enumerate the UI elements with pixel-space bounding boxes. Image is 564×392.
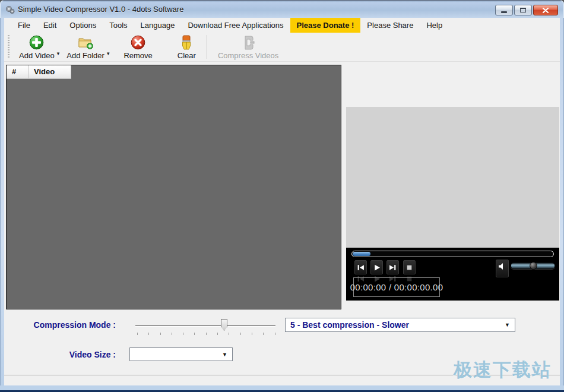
- toolbar: Add Video ▾ Add Folder ▾: [4, 33, 560, 62]
- compression-mode-slider[interactable]: [135, 318, 275, 335]
- speaker-icon: [498, 263, 506, 270]
- volume-slider[interactable]: [511, 263, 555, 269]
- compression-mode-label: Compression Mode :: [18, 320, 116, 330]
- video-list-header: # Video: [7, 65, 341, 79]
- video-list-panel: # Video: [6, 65, 341, 309]
- menu-please-share[interactable]: Please Share: [360, 18, 420, 33]
- close-button[interactable]: [533, 5, 558, 15]
- compress-icon: [241, 34, 255, 50]
- menu-please-donate[interactable]: Please Donate !: [290, 18, 361, 33]
- clear-label: Clear: [178, 51, 196, 60]
- add-video-label: Add Video: [19, 51, 55, 60]
- remove-button[interactable]: Remove: [119, 33, 157, 60]
- menu-edit[interactable]: Edit: [37, 18, 63, 33]
- video-preview: [346, 107, 559, 248]
- add-folder-label: Add Folder: [66, 51, 104, 60]
- compress-videos-label: Compress Videos: [218, 51, 278, 60]
- minimize-icon: [501, 11, 507, 13]
- toolbar-gripper: [8, 35, 9, 58]
- window-frame-right: [560, 18, 564, 392]
- compression-slider-thumb[interactable]: [221, 319, 227, 331]
- menu-download-free-applications[interactable]: Download Free Applications: [181, 18, 290, 33]
- maximize-icon: [520, 8, 526, 12]
- column-header-number[interactable]: #: [7, 65, 28, 79]
- app-window: Simple Video Compressor V1.0 - 4dots Sof…: [0, 0, 564, 392]
- minimize-button[interactable]: [495, 5, 513, 15]
- window-title: Simple Video Compressor V1.0 - 4dots Sof…: [18, 5, 183, 14]
- titlebar[interactable]: Simple Video Compressor V1.0 - 4dots Sof…: [0, 0, 564, 18]
- menu-file[interactable]: File: [11, 18, 37, 33]
- window-frame-bottom: [0, 385, 564, 390]
- play-icon: [373, 264, 381, 271]
- caption-buttons: [495, 5, 558, 15]
- compression-slider-track[interactable]: [135, 325, 275, 326]
- toolbar-separator: [207, 35, 207, 59]
- skip-forward-icon: [389, 264, 397, 271]
- stop-icon: [405, 264, 413, 271]
- add-folder-icon: [78, 34, 94, 50]
- chevron-down-icon[interactable]: ▼: [500, 322, 515, 328]
- maximize-button[interactable]: [514, 5, 532, 15]
- skip-back-button[interactable]: [354, 260, 367, 274]
- chevron-down-icon[interactable]: ▼: [217, 352, 232, 358]
- play-button[interactable]: [370, 260, 383, 274]
- menu-tools[interactable]: Tools: [103, 18, 134, 33]
- mute-button[interactable]: [496, 260, 509, 277]
- add-folder-dropdown-arrow[interactable]: ▾: [107, 50, 110, 56]
- seek-thumb[interactable]: [353, 252, 370, 256]
- volume-knob[interactable]: [530, 262, 537, 270]
- app-icon: [5, 5, 15, 15]
- compress-videos-button[interactable]: Compress Videos: [213, 33, 283, 60]
- watermark-text: 极速下载站: [454, 358, 552, 382]
- seek-bar[interactable]: [351, 251, 554, 257]
- video-size-select[interactable]: ▼: [129, 347, 233, 361]
- menu-options[interactable]: Options: [63, 18, 103, 33]
- column-header-video[interactable]: Video: [28, 65, 71, 79]
- time-display-box: 00:00:00 / 00:00:00.00: [353, 277, 440, 297]
- compression-mode-value: 5 - Best compression - Slower: [286, 320, 500, 330]
- menu-language[interactable]: Language: [134, 18, 182, 33]
- compression-mode-select[interactable]: 5 - Best compression - Slower ▼: [285, 318, 515, 332]
- video-size-label: Video Size :: [18, 350, 116, 359]
- skip-back-icon: [357, 264, 365, 271]
- clear-button[interactable]: Clear: [173, 33, 201, 60]
- clear-brush-icon: [180, 34, 192, 50]
- close-icon: [543, 8, 549, 13]
- compression-slider-ticks: [137, 333, 275, 335]
- menubar: File Edit Options Tools Language Downloa…: [4, 18, 560, 33]
- menu-help[interactable]: Help: [420, 18, 449, 33]
- add-folder-button[interactable]: Add Folder: [62, 33, 109, 60]
- add-video-icon: [29, 34, 44, 50]
- window-frame-left: [0, 18, 4, 392]
- add-video-button[interactable]: Add Video: [14, 33, 59, 60]
- player-panel: 00:00:00 / 00:00:00.00: [346, 248, 559, 301]
- skip-forward-button[interactable]: [386, 260, 399, 274]
- add-video-dropdown-arrow[interactable]: ▾: [57, 50, 60, 56]
- time-display: 00:00:00 / 00:00:00.00: [350, 282, 443, 292]
- remove-icon: [131, 34, 145, 50]
- remove-label: Remove: [123, 51, 152, 60]
- stop-button[interactable]: [403, 260, 416, 274]
- video-list-body[interactable]: [7, 79, 341, 309]
